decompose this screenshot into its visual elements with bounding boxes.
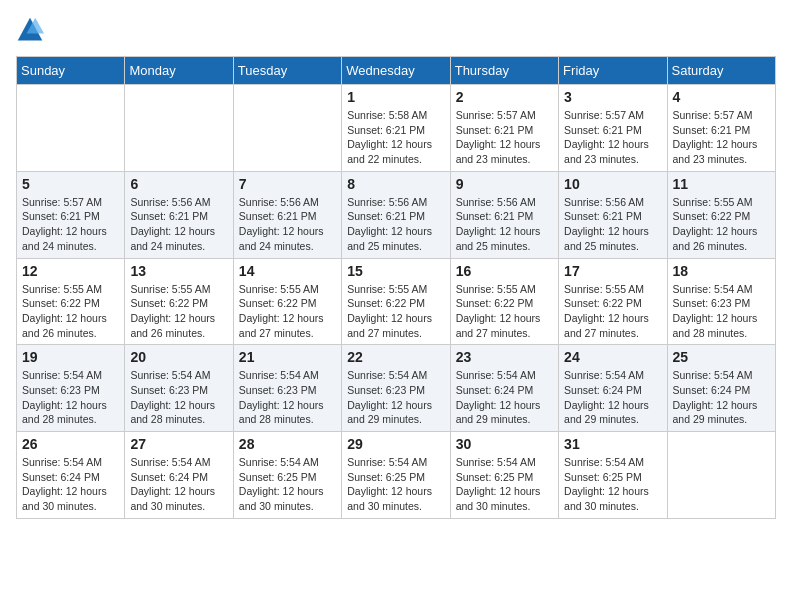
cell-sun-info: Sunrise: 5:54 AMSunset: 6:24 PMDaylight:… <box>130 455 227 514</box>
cell-sun-info: Sunrise: 5:57 AMSunset: 6:21 PMDaylight:… <box>456 108 553 167</box>
calendar-cell: 29Sunrise: 5:54 AMSunset: 6:25 PMDayligh… <box>342 432 450 519</box>
day-number: 17 <box>564 263 661 279</box>
calendar-cell: 6Sunrise: 5:56 AMSunset: 6:21 PMDaylight… <box>125 171 233 258</box>
cell-sun-info: Sunrise: 5:54 AMSunset: 6:23 PMDaylight:… <box>22 368 119 427</box>
logo <box>16 16 48 44</box>
cell-sun-info: Sunrise: 5:54 AMSunset: 6:25 PMDaylight:… <box>347 455 444 514</box>
calendar-cell <box>17 85 125 172</box>
day-number: 20 <box>130 349 227 365</box>
day-number: 1 <box>347 89 444 105</box>
day-number: 9 <box>456 176 553 192</box>
weekday-header-thursday: Thursday <box>450 57 558 85</box>
calendar-cell: 20Sunrise: 5:54 AMSunset: 6:23 PMDayligh… <box>125 345 233 432</box>
calendar-cell: 18Sunrise: 5:54 AMSunset: 6:23 PMDayligh… <box>667 258 775 345</box>
day-number: 14 <box>239 263 336 279</box>
calendar-cell: 30Sunrise: 5:54 AMSunset: 6:25 PMDayligh… <box>450 432 558 519</box>
cell-sun-info: Sunrise: 5:56 AMSunset: 6:21 PMDaylight:… <box>130 195 227 254</box>
day-number: 25 <box>673 349 770 365</box>
day-number: 24 <box>564 349 661 365</box>
calendar-week-5: 26Sunrise: 5:54 AMSunset: 6:24 PMDayligh… <box>17 432 776 519</box>
calendar-cell: 17Sunrise: 5:55 AMSunset: 6:22 PMDayligh… <box>559 258 667 345</box>
calendar-cell <box>125 85 233 172</box>
day-number: 13 <box>130 263 227 279</box>
cell-sun-info: Sunrise: 5:58 AMSunset: 6:21 PMDaylight:… <box>347 108 444 167</box>
cell-sun-info: Sunrise: 5:54 AMSunset: 6:23 PMDaylight:… <box>130 368 227 427</box>
weekday-header-sunday: Sunday <box>17 57 125 85</box>
cell-sun-info: Sunrise: 5:55 AMSunset: 6:22 PMDaylight:… <box>130 282 227 341</box>
day-number: 31 <box>564 436 661 452</box>
calendar-cell: 1Sunrise: 5:58 AMSunset: 6:21 PMDaylight… <box>342 85 450 172</box>
day-number: 30 <box>456 436 553 452</box>
calendar-cell: 24Sunrise: 5:54 AMSunset: 6:24 PMDayligh… <box>559 345 667 432</box>
day-number: 11 <box>673 176 770 192</box>
calendar-cell: 3Sunrise: 5:57 AMSunset: 6:21 PMDaylight… <box>559 85 667 172</box>
calendar-cell: 22Sunrise: 5:54 AMSunset: 6:23 PMDayligh… <box>342 345 450 432</box>
calendar-cell: 25Sunrise: 5:54 AMSunset: 6:24 PMDayligh… <box>667 345 775 432</box>
day-number: 18 <box>673 263 770 279</box>
cell-sun-info: Sunrise: 5:55 AMSunset: 6:22 PMDaylight:… <box>22 282 119 341</box>
weekday-header-wednesday: Wednesday <box>342 57 450 85</box>
calendar-cell: 14Sunrise: 5:55 AMSunset: 6:22 PMDayligh… <box>233 258 341 345</box>
day-number: 12 <box>22 263 119 279</box>
calendar-cell: 10Sunrise: 5:56 AMSunset: 6:21 PMDayligh… <box>559 171 667 258</box>
cell-sun-info: Sunrise: 5:55 AMSunset: 6:22 PMDaylight:… <box>347 282 444 341</box>
cell-sun-info: Sunrise: 5:56 AMSunset: 6:21 PMDaylight:… <box>564 195 661 254</box>
calendar-cell: 11Sunrise: 5:55 AMSunset: 6:22 PMDayligh… <box>667 171 775 258</box>
calendar-week-1: 1Sunrise: 5:58 AMSunset: 6:21 PMDaylight… <box>17 85 776 172</box>
day-number: 15 <box>347 263 444 279</box>
calendar-cell: 5Sunrise: 5:57 AMSunset: 6:21 PMDaylight… <box>17 171 125 258</box>
day-number: 7 <box>239 176 336 192</box>
day-number: 4 <box>673 89 770 105</box>
calendar-cell: 19Sunrise: 5:54 AMSunset: 6:23 PMDayligh… <box>17 345 125 432</box>
calendar-cell: 8Sunrise: 5:56 AMSunset: 6:21 PMDaylight… <box>342 171 450 258</box>
weekday-header-monday: Monday <box>125 57 233 85</box>
day-number: 2 <box>456 89 553 105</box>
calendar-cell <box>667 432 775 519</box>
calendar-cell: 9Sunrise: 5:56 AMSunset: 6:21 PMDaylight… <box>450 171 558 258</box>
cell-sun-info: Sunrise: 5:54 AMSunset: 6:24 PMDaylight:… <box>564 368 661 427</box>
cell-sun-info: Sunrise: 5:55 AMSunset: 6:22 PMDaylight:… <box>564 282 661 341</box>
day-number: 27 <box>130 436 227 452</box>
calendar-cell: 21Sunrise: 5:54 AMSunset: 6:23 PMDayligh… <box>233 345 341 432</box>
cell-sun-info: Sunrise: 5:54 AMSunset: 6:24 PMDaylight:… <box>22 455 119 514</box>
cell-sun-info: Sunrise: 5:54 AMSunset: 6:24 PMDaylight:… <box>456 368 553 427</box>
calendar-cell: 27Sunrise: 5:54 AMSunset: 6:24 PMDayligh… <box>125 432 233 519</box>
calendar-week-2: 5Sunrise: 5:57 AMSunset: 6:21 PMDaylight… <box>17 171 776 258</box>
calendar-cell: 2Sunrise: 5:57 AMSunset: 6:21 PMDaylight… <box>450 85 558 172</box>
day-number: 16 <box>456 263 553 279</box>
weekday-header-tuesday: Tuesday <box>233 57 341 85</box>
day-number: 23 <box>456 349 553 365</box>
day-number: 26 <box>22 436 119 452</box>
cell-sun-info: Sunrise: 5:55 AMSunset: 6:22 PMDaylight:… <box>456 282 553 341</box>
cell-sun-info: Sunrise: 5:54 AMSunset: 6:25 PMDaylight:… <box>564 455 661 514</box>
calendar-cell <box>233 85 341 172</box>
day-number: 6 <box>130 176 227 192</box>
calendar-cell: 23Sunrise: 5:54 AMSunset: 6:24 PMDayligh… <box>450 345 558 432</box>
calendar-cell: 28Sunrise: 5:54 AMSunset: 6:25 PMDayligh… <box>233 432 341 519</box>
cell-sun-info: Sunrise: 5:57 AMSunset: 6:21 PMDaylight:… <box>22 195 119 254</box>
calendar-cell: 31Sunrise: 5:54 AMSunset: 6:25 PMDayligh… <box>559 432 667 519</box>
day-number: 21 <box>239 349 336 365</box>
day-number: 29 <box>347 436 444 452</box>
calendar-week-3: 12Sunrise: 5:55 AMSunset: 6:22 PMDayligh… <box>17 258 776 345</box>
calendar-cell: 26Sunrise: 5:54 AMSunset: 6:24 PMDayligh… <box>17 432 125 519</box>
page-header <box>16 16 776 44</box>
calendar-cell: 16Sunrise: 5:55 AMSunset: 6:22 PMDayligh… <box>450 258 558 345</box>
cell-sun-info: Sunrise: 5:55 AMSunset: 6:22 PMDaylight:… <box>673 195 770 254</box>
calendar-cell: 15Sunrise: 5:55 AMSunset: 6:22 PMDayligh… <box>342 258 450 345</box>
cell-sun-info: Sunrise: 5:57 AMSunset: 6:21 PMDaylight:… <box>564 108 661 167</box>
cell-sun-info: Sunrise: 5:54 AMSunset: 6:24 PMDaylight:… <box>673 368 770 427</box>
cell-sun-info: Sunrise: 5:56 AMSunset: 6:21 PMDaylight:… <box>347 195 444 254</box>
cell-sun-info: Sunrise: 5:55 AMSunset: 6:22 PMDaylight:… <box>239 282 336 341</box>
cell-sun-info: Sunrise: 5:54 AMSunset: 6:23 PMDaylight:… <box>347 368 444 427</box>
day-number: 10 <box>564 176 661 192</box>
cell-sun-info: Sunrise: 5:54 AMSunset: 6:23 PMDaylight:… <box>673 282 770 341</box>
weekday-header-saturday: Saturday <box>667 57 775 85</box>
calendar-cell: 13Sunrise: 5:55 AMSunset: 6:22 PMDayligh… <box>125 258 233 345</box>
calendar-table: SundayMondayTuesdayWednesdayThursdayFrid… <box>16 56 776 519</box>
cell-sun-info: Sunrise: 5:56 AMSunset: 6:21 PMDaylight:… <box>239 195 336 254</box>
calendar-cell: 12Sunrise: 5:55 AMSunset: 6:22 PMDayligh… <box>17 258 125 345</box>
calendar-cell: 4Sunrise: 5:57 AMSunset: 6:21 PMDaylight… <box>667 85 775 172</box>
day-number: 22 <box>347 349 444 365</box>
calendar-week-4: 19Sunrise: 5:54 AMSunset: 6:23 PMDayligh… <box>17 345 776 432</box>
